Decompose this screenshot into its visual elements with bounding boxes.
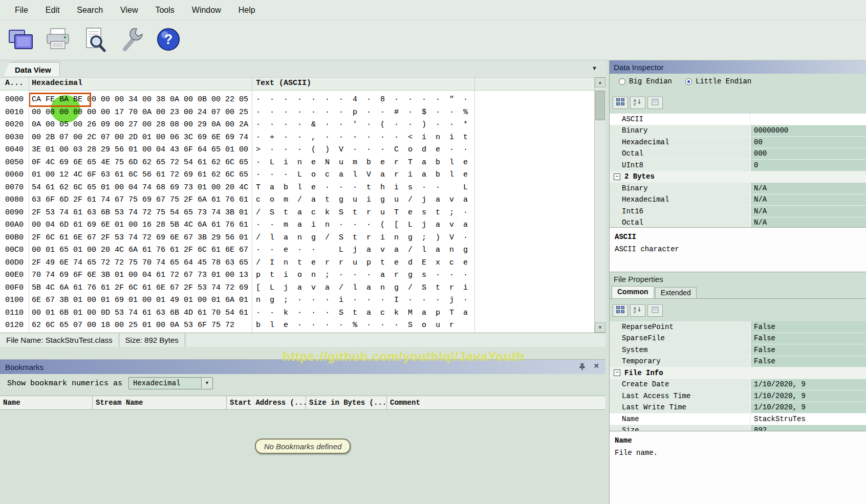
property-value	[750, 114, 866, 125]
hex-row[interactable]: 007054 61 62 6C 65 01 00 04 74 68 69 73 …	[0, 182, 594, 194]
property-row[interactable]: TemporaryFalse	[610, 356, 866, 368]
properties-description-text: File name.	[615, 449, 861, 457]
hex-row[interactable]: 00A000 04 6D 61 69 6E 01 00 16 28 5B 4C …	[0, 219, 594, 232]
property-row[interactable]: Last Access Time1/10/2020, 9	[610, 390, 866, 402]
open-file-button[interactable]	[6, 24, 36, 57]
property-group-row[interactable]: −2 Bytes	[610, 171, 866, 183]
column-header-hexadecimal[interactable]: Hexadecimal	[32, 79, 82, 87]
bookmarks-header: NameStream NameStart Address (...Size in…	[0, 396, 605, 410]
hex-ascii: [ L j a v a / l a n g / S t r i	[256, 282, 468, 295]
column-header-ascii[interactable]: Text (ASCII)	[256, 79, 311, 87]
property-group-row[interactable]: −File Info	[610, 367, 866, 379]
property-row[interactable]: Octal000	[610, 148, 866, 160]
property-row[interactable]: ASCII	[610, 114, 866, 125]
watermark: https://github.com/youthlql/JavaYouth	[283, 349, 525, 364]
tab-common[interactable]: Common	[612, 286, 654, 298]
bookmarks-column-header[interactable]: Comment	[387, 396, 605, 409]
tab-data-view[interactable]: Data View	[3, 62, 60, 77]
property-row[interactable]: SystemFalse	[610, 344, 866, 356]
property-row[interactable]: OctalN/A	[610, 217, 866, 228]
property-row[interactable]: HexadecimalN/A	[610, 194, 866, 206]
hex-row[interactable]: 003000 2B 07 00 2C 07 00 2D 01 00 06 3C …	[0, 132, 594, 144]
property-pages-button[interactable]	[647, 97, 663, 109]
collapse-icon[interactable]: −	[614, 173, 620, 180]
menu-item-search[interactable]: Search	[68, 0, 112, 20]
inspector-toolbar: AZ	[610, 95, 866, 111]
close-icon[interactable]: ✕	[593, 362, 599, 370]
scroll-down-icon[interactable]: ▼	[595, 322, 605, 333]
help-button[interactable]: ?	[154, 24, 183, 57]
categorized-view-button[interactable]	[613, 304, 628, 317]
hex-row[interactable]: 00403E 01 00 03 28 29 56 01 00 04 43 6F …	[0, 144, 594, 157]
hex-row[interactable]: 012062 6C 65 07 00 18 00 25 01 00 0A 53 …	[0, 319, 594, 332]
menu-item-window[interactable]: Window	[183, 0, 230, 20]
hex-ascii: · · · L o c a l V a r i a b l e	[256, 169, 468, 182]
combo-dropdown-icon[interactable]: ▼	[201, 378, 212, 389]
hex-row[interactable]: 01006E 67 3B 01 00 01 69 01 00 01 49 01 …	[0, 294, 594, 307]
radio-icon	[685, 78, 692, 85]
print-preview-button[interactable]	[80, 24, 110, 57]
column-divider	[474, 77, 475, 333]
menu-item-file[interactable]: File	[6, 0, 37, 20]
property-value: 1/10/2020, 9	[750, 379, 866, 390]
property-row[interactable]: Create Date1/10/2020, 9	[610, 379, 866, 391]
radio-big-endian[interactable]: Big Endian	[619, 77, 672, 85]
hex-ascii: b l e · · · · % · · · S o u r	[256, 319, 454, 332]
tab-extended[interactable]: Extended	[655, 287, 697, 298]
property-row[interactable]: Hexadecimal00	[610, 137, 866, 148]
bookmarks-column-header[interactable]: Stream Name	[93, 396, 227, 409]
property-row[interactable]: NameStackStruTes	[610, 413, 866, 425]
hex-address: 0080	[5, 194, 24, 207]
hex-row[interactable]: 006001 00 12 4C 6F 63 61 6C 56 61 72 69 …	[0, 169, 594, 182]
property-row[interactable]: UInt80	[610, 160, 866, 171]
hex-row[interactable]: 00E070 74 69 6F 6E 3B 01 00 04 61 72 67 …	[0, 269, 594, 282]
scroll-up-icon[interactable]: ▲	[595, 77, 605, 87]
column-header-address[interactable]: A...	[5, 79, 24, 87]
property-row[interactable]: ReparsePointFalse	[610, 321, 866, 333]
hex-ascii: · · m a i n · · · ( [ L j a v a	[256, 219, 468, 232]
hex-row[interactable]: 008063 6F 6D 2F 61 74 67 75 69 67 75 2F …	[0, 194, 594, 207]
radio-label: Little Endian	[696, 77, 751, 85]
menu-item-tools[interactable]: Tools	[146, 0, 183, 20]
property-row[interactable]: Size892	[610, 425, 866, 431]
property-row[interactable]: Int16N/A	[610, 206, 866, 217]
pin-icon[interactable]	[578, 363, 586, 371]
sort-az-button[interactable]: AZ	[630, 97, 645, 109]
property-page-icon	[652, 306, 659, 315]
menu-item-help[interactable]: Help	[230, 0, 264, 20]
hex-row[interactable]: 00B02F 6C 61 6E 67 2F 53 74 72 69 6E 67 …	[0, 232, 594, 245]
options-button[interactable]	[117, 24, 146, 57]
sort-az-button[interactable]: AZ	[630, 304, 645, 317]
hex-row[interactable]: 00C000 01 65 01 00 20 4C 6A 61 76 61 2F …	[0, 244, 594, 257]
property-pages-button[interactable]	[647, 304, 663, 317]
hex-address: 00A0	[5, 219, 24, 232]
hex-row[interactable]: 001000 00 00 00 00 00 17 70 0A 00 23 00 …	[0, 106, 594, 119]
radio-little-endian[interactable]: Little Endian	[685, 77, 751, 85]
hex-row[interactable]: 00D02F 49 6E 74 65 72 72 75 70 74 65 64 …	[0, 257, 594, 270]
bookmarks-column-header[interactable]: Size in Bytes (...	[306, 396, 387, 409]
bookmarks-column-header[interactable]: Start Address (...	[227, 396, 306, 409]
properties-toolbar: AZ	[610, 303, 866, 318]
tab-list-dropdown-icon[interactable]: ▼	[592, 65, 597, 71]
hex-row[interactable]: 00F05B 4C 6A 61 76 61 2F 6C 61 6E 67 2F …	[0, 282, 594, 295]
menu-item-view[interactable]: View	[112, 0, 146, 20]
scrollbar-thumb[interactable]	[595, 91, 605, 120]
property-row[interactable]: Last Write Time1/10/2020, 9	[610, 402, 866, 414]
hex-row[interactable]: 00200A 00 05 00 26 09 00 27 00 28 08 00 …	[0, 119, 594, 132]
hex-row[interactable]: 00902F 53 74 61 63 6B 53 74 72 75 54 65 …	[0, 207, 594, 220]
bookmarks-column-header[interactable]: Name	[0, 396, 93, 409]
menu-item-edit[interactable]: Edit	[37, 0, 69, 20]
categorized-view-button[interactable]	[613, 97, 628, 109]
print-button[interactable]	[43, 24, 73, 57]
hex-row[interactable]: 00500F 4C 69 6E 65 4E 75 6D 62 65 72 54 …	[0, 157, 594, 169]
numeric-format-select[interactable]: Hexadecimal ▼	[128, 377, 213, 389]
property-row[interactable]: SparseFileFalse	[610, 333, 866, 345]
collapse-icon[interactable]: −	[614, 369, 620, 376]
vertical-scrollbar[interactable]: ▲ ▼	[594, 77, 605, 333]
property-row[interactable]: Binary00000000	[610, 125, 866, 137]
fp-tabs: CommonExtended	[610, 286, 866, 299]
hex-address: 00F0	[5, 282, 24, 295]
hex-ascii: · · e · · L j a v a / l a n g	[256, 244, 468, 257]
hex-row[interactable]: 011000 01 6B 01 00 0D 53 74 61 63 6B 4D …	[0, 307, 594, 320]
property-row[interactable]: BinaryN/A	[610, 183, 866, 194]
